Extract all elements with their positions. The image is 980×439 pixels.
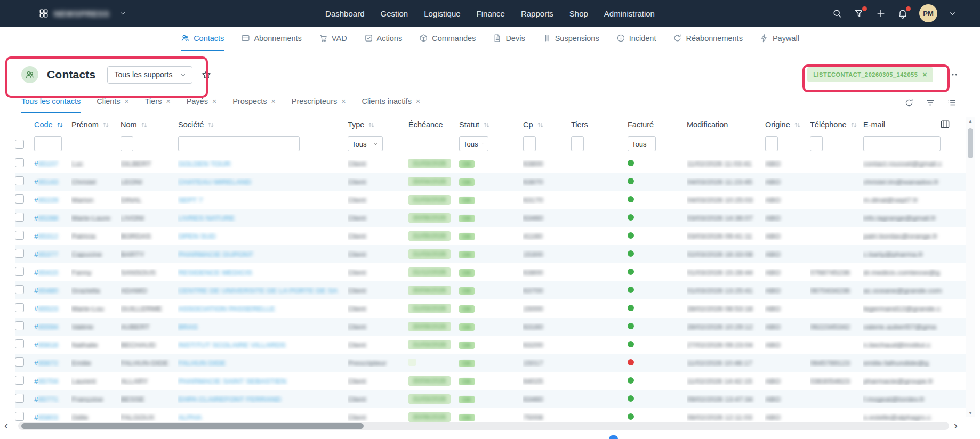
col-header-code[interactable]: Code (34, 120, 71, 129)
col-header-prenom[interactable]: Prénom (71, 120, 121, 129)
tab-contacts[interactable]: Contacts (181, 27, 224, 51)
close-icon[interactable]: × (922, 72, 927, 77)
nav-item-administration[interactable]: Administration (604, 9, 655, 18)
col-header-statut[interactable]: Statut (459, 120, 523, 129)
societe-link[interactable]: OPEN SUD (178, 232, 216, 240)
filter-lines-icon[interactable] (926, 98, 935, 108)
filter-select-type[interactable]: Tous (348, 136, 383, 151)
table-row[interactable]: #65229MarionDINALSEPT 7Client31/03/2026O… (15, 191, 969, 209)
col-header-cp[interactable]: Cp (523, 120, 571, 129)
row-checkbox[interactable] (15, 394, 24, 403)
col-header-type[interactable]: Type (348, 120, 408, 129)
sort-icon[interactable] (483, 121, 491, 129)
tab-abonnements[interactable]: Abonnements (241, 27, 301, 51)
code-link[interactable]: #65594 (34, 323, 58, 331)
v-scrollbar[interactable]: ▲ ▼ (966, 117, 975, 417)
code-link[interactable]: #65523 (34, 305, 58, 313)
filter-input-email[interactable] (863, 136, 941, 151)
nav-item-rapports[interactable]: Rapports (521, 9, 553, 18)
filter-select-statut[interactable]: Tous (459, 136, 488, 151)
close-icon[interactable]: × (166, 97, 170, 105)
nav-item-shop[interactable]: Shop (569, 9, 588, 18)
societe-link[interactable]: INSTITUT SCOLAIRE VILLARDS (178, 341, 286, 349)
select-all-checkbox[interactable] (15, 140, 24, 149)
refresh-icon[interactable] (904, 98, 914, 108)
row-checkbox[interactable] (15, 194, 24, 204)
col-header-echeance[interactable]: Échéance (408, 120, 459, 129)
filter-input-telephone[interactable] (810, 136, 823, 151)
filter-input-tiers[interactable] (571, 136, 584, 151)
funnel-icon[interactable] (304, 140, 312, 148)
row-checkbox[interactable] (15, 249, 24, 258)
filter-input-nom[interactable] (121, 136, 133, 151)
nav-item-logistique[interactable]: Logistique (424, 9, 460, 18)
plus-icon[interactable] (875, 8, 886, 19)
funnel-icon[interactable] (782, 140, 790, 148)
societe-link[interactable]: GOLDEN TOUR (178, 160, 231, 168)
table-row[interactable]: #65618NathalieBECHAUDINSTITUT SCOLAIRE V… (15, 336, 969, 354)
code-link[interactable]: #65312 (34, 232, 58, 240)
scroll-up-icon[interactable]: ▲ (966, 117, 975, 125)
close-icon[interactable]: × (212, 97, 216, 105)
code-link[interactable]: #65377 (34, 250, 58, 258)
col-header-modification[interactable]: Modification (687, 120, 765, 129)
filter-input-cp[interactable] (523, 136, 536, 151)
more-options-button[interactable] (947, 69, 959, 80)
row-checkbox[interactable] (15, 303, 24, 312)
table-row[interactable]: #65312PatriciaBORDASOPEN SUDClient31/05/… (15, 227, 969, 245)
filter-select-facture[interactable]: Tous (628, 136, 656, 151)
table-row[interactable]: #65523Marie-LouGUILLERMEASSOCIATION PASS… (15, 299, 969, 318)
societe-link[interactable]: PHARMACIE SAINT SEBASTIEN (178, 377, 286, 385)
societe-link[interactable]: BRAS (178, 323, 198, 331)
sort-icon[interactable] (102, 121, 110, 129)
bell-icon[interactable] (897, 8, 908, 19)
filter-input-origine[interactable] (765, 136, 778, 151)
tab-commandes[interactable]: Commandes (419, 27, 476, 51)
sort-icon[interactable] (536, 121, 544, 129)
code-link[interactable]: #65803 (34, 413, 58, 421)
v-scroll-thumb[interactable] (968, 128, 973, 158)
row-checkbox[interactable] (15, 376, 24, 385)
societe-link[interactable]: SEPT 7 (178, 196, 203, 204)
funnel-icon[interactable] (78, 140, 86, 148)
row-checkbox[interactable] (15, 321, 24, 330)
sort-icon[interactable] (793, 121, 801, 129)
view-tab-prospects[interactable]: Prospects× (232, 97, 276, 113)
col-header-email[interactable]: E-mail (863, 120, 949, 129)
row-checkbox[interactable] (15, 213, 24, 222)
row-checkbox[interactable] (15, 267, 24, 276)
societe-link[interactable]: PHARMACIE DUPONT (178, 250, 253, 258)
tab-incident[interactable]: Incident (616, 27, 656, 51)
code-link[interactable]: #65672 (34, 359, 58, 367)
search-icon[interactable] (832, 8, 842, 19)
societe-link[interactable]: ASSOCIATION PASSERELLE (178, 305, 275, 313)
sort-icon[interactable] (367, 121, 375, 129)
funnel-icon[interactable] (588, 140, 596, 148)
table-row[interactable]: #65672EmilieFALHUN-DIDEFALHUN DIDEPrescr… (15, 354, 969, 372)
funnel-icon[interactable] (854, 8, 864, 19)
list-icon[interactable] (947, 98, 957, 108)
tab-paywall[interactable]: Paywall (760, 27, 799, 51)
tab-actions[interactable]: Actions (364, 27, 403, 51)
view-tab-clients-inactifs[interactable]: Clients inactifs× (362, 97, 420, 113)
code-link[interactable]: #65771 (34, 395, 58, 403)
table-row[interactable]: #65594ValérieAUBERTBRASClient30/09/2026O… (15, 318, 969, 336)
col-header-nom[interactable]: Nom (121, 120, 178, 129)
view-tab-clients[interactable]: Clients× (97, 97, 129, 113)
row-checkbox[interactable] (15, 231, 24, 240)
code-link[interactable]: #65229 (34, 196, 58, 204)
view-tab-payes[interactable]: Payés× (187, 97, 217, 113)
columns-icon[interactable] (940, 119, 950, 129)
list-badge[interactable]: LISTECONTACT_20260305_142055 × (807, 67, 933, 82)
table-row[interactable]: #65415FannySANSOUSRESIDENCE MEDICISClien… (15, 263, 969, 281)
societe-link[interactable]: CHATEAU MIRELAND (178, 178, 251, 186)
scroll-down-icon[interactable]: ▼ (966, 409, 975, 417)
funnel-icon[interactable] (540, 140, 548, 148)
scroll-right-icon[interactable]: › (954, 419, 958, 430)
funnel-icon[interactable] (827, 140, 835, 148)
avatar-chevron-down-icon[interactable] (949, 10, 957, 18)
support-filter-select[interactable]: Tous les supports (107, 66, 192, 84)
h-scroll-thumb[interactable] (21, 423, 364, 429)
tab-reabonnements[interactable]: Réabonnements (673, 27, 742, 51)
sort-icon[interactable] (140, 121, 148, 129)
